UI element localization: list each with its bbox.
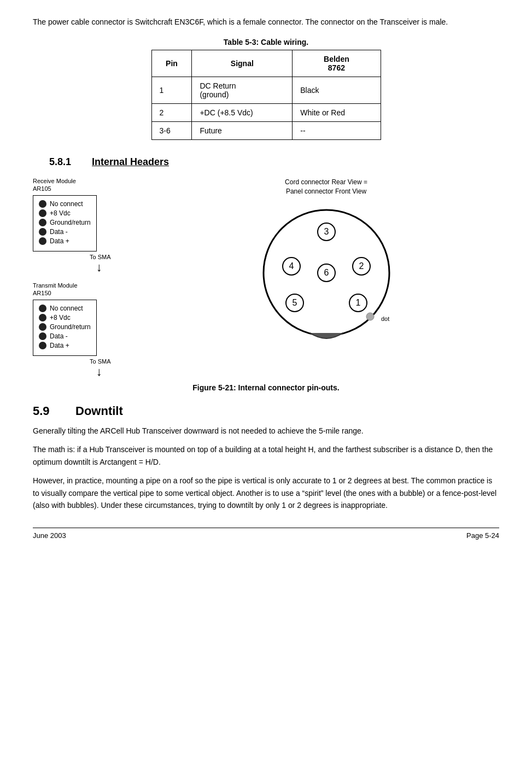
pin-dot [39,209,46,217]
section-581-title: Internal Headers [92,156,169,168]
pin-dot [39,342,46,349]
paragraph-2: The math is: if a Hub Transceiver is mou… [33,443,499,468]
pin-label: +8 Vdc [50,314,71,321]
right-diagram-col: Cord connector Rear View = Panel connect… [153,178,499,355]
svg-text:3: 3 [324,227,329,236]
pin-label: No connect [50,200,83,208]
receive-pin-row-5: Data + [39,237,91,245]
cell-belden: White or Red [293,104,381,122]
pin-dot [39,314,46,321]
cell-pin: 1 [151,77,192,104]
receive-sma-col: To SMA ↓ [82,254,111,273]
pin-dot [39,219,46,226]
cell-pin: 2 [151,104,192,122]
pin-label: Data + [50,342,69,349]
table-row: 2 +DC (+8.5 Vdc) White or Red [151,104,381,122]
paragraph-1: Generally tilting the ARCell Hub Transce… [33,425,499,437]
col-header-signal: Signal [192,50,293,77]
pin-label: Data + [50,237,69,245]
pin-label: Ground/return [50,323,91,331]
col-header-belden: Belden8762 [293,50,381,77]
table-row: 3-6 Future -- [151,122,381,140]
table-title: Table 5-3: Cable wiring. [33,38,499,46]
transmit-module-id: AR150 [33,290,153,296]
table-row: 1 DC Return(ground) Black [151,77,381,104]
table-section: Table 5-3: Cable wiring. Pin Signal Beld… [33,38,499,140]
cell-belden: -- [293,122,381,140]
receive-module-label: Receive Module [33,178,153,184]
pin-dot [39,332,46,340]
footer-bar: June 2003 Page 5-24 [33,528,499,540]
pin-label: Data - [50,228,68,236]
transmit-pin-row-4: Data - [39,332,91,340]
pin-label: Data - [50,332,68,340]
cell-belden: Black [293,77,381,104]
pin-dot [39,200,46,208]
footer-right: Page 5-24 [466,531,499,540]
transmit-sma-area: To SMA ↓ [82,358,153,378]
pin-label: No connect [50,305,83,312]
transmit-pin-row-2: +8 Vdc [39,314,91,321]
receive-arrow-down-icon: ↓ [96,261,102,273]
svg-text:6: 6 [324,268,329,277]
receive-module-id: AR105 [33,185,153,192]
transmit-sma-col: To SMA ↓ [82,358,111,378]
transmit-module-section: Transmit Module AR150 No connect +8 Vdc … [33,282,153,378]
svg-text:1: 1 [355,298,360,307]
cell-signal: +DC (+8.5 Vdc) [192,104,293,122]
section-581-heading: 5.8.1 Internal Headers [49,156,499,168]
receive-pin-row-4: Data - [39,228,91,236]
section-59-title: Downtilt [75,404,123,418]
transmit-arrow-down-icon: ↓ [96,366,102,378]
cell-pin: 3-6 [151,122,192,140]
intro-text: The power cable connector is Switchcraft… [33,16,499,28]
pin-dot [39,237,46,245]
figure-caption: Figure 5-21: Internal connector pin-outs… [33,383,499,392]
pin-dot [39,305,46,312]
diagram-area: Receive Module AR105 No connect +8 Vdc G… [33,178,499,378]
col-header-pin: Pin [151,50,192,77]
cell-signal: DC Return(ground) [192,77,293,104]
receive-pin-row-3: Ground/return [39,219,91,226]
transmit-pin-row-3: Ground/return [39,323,91,331]
transmit-pin-row-5: Data + [39,342,91,349]
cable-table: Pin Signal Belden8762 1 DC Return(ground… [151,50,381,140]
svg-text:2: 2 [359,261,364,271]
receive-module-section: Receive Module AR105 No connect +8 Vdc G… [33,178,153,273]
svg-point-13 [366,313,374,320]
svg-text:4: 4 [289,261,294,271]
paragraph-3: However, in practice, mounting a pipe on… [33,475,499,511]
svg-text:dot: dot [381,315,389,322]
receive-pin-row-1: No connect [39,200,91,208]
cell-signal: Future [192,122,293,140]
transmit-to-sma-label: To SMA [90,358,111,365]
footer-left: June 2003 [33,531,66,540]
receive-pin-row-2: +8 Vdc [39,209,91,217]
receive-to-sma-label: To SMA [90,254,111,260]
section-59-heading: 5.9 Downtilt [33,404,499,418]
connector-diagram: 3 4 2 6 5 1 dot [250,202,403,355]
transmit-module-box: No connect +8 Vdc Ground/return Data - D… [33,300,97,356]
module-group-left: Receive Module AR105 No connect +8 Vdc G… [33,178,153,378]
pin-dot [39,323,46,331]
cord-connector-label: Cord connector Rear View = Panel connect… [285,178,367,196]
section-59-number: 5.9 [33,404,66,418]
transmit-module-label: Transmit Module [33,282,153,289]
svg-text:5: 5 [292,298,297,307]
pin-dot [39,228,46,236]
receive-sma-area: To SMA ↓ [82,254,153,273]
connector-svg: 3 4 2 6 5 1 dot [250,202,403,355]
section-581-number: 5.8.1 [49,156,82,168]
pin-label: Ground/return [50,219,91,226]
transmit-pin-row-1: No connect [39,305,91,312]
receive-module-box: No connect +8 Vdc Ground/return Data - D… [33,195,97,251]
pin-label: +8 Vdc [50,209,71,217]
